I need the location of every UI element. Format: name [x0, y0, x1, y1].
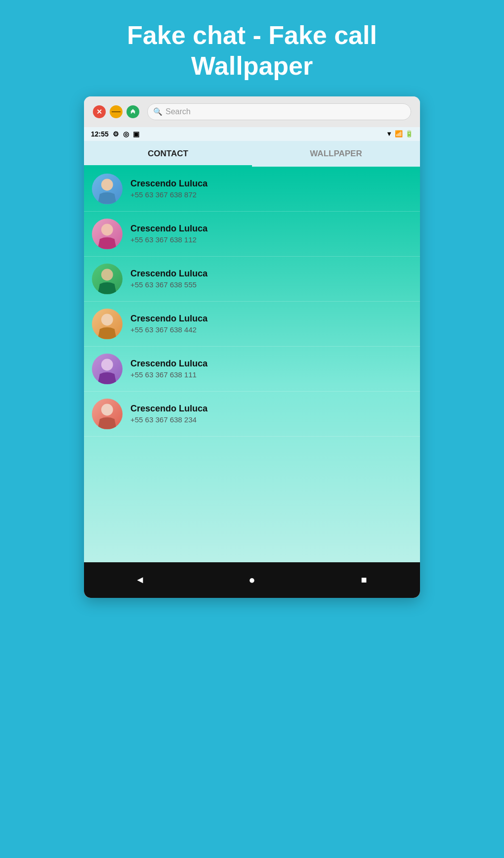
- phone-frame: 12:55 ⚙ ◎ ▣ ▼ 📶 🔋 CONTACT WALLPAPER: [84, 127, 420, 598]
- avatar: [92, 399, 123, 429]
- contact-phone: +55 63 367 638 872: [130, 190, 208, 199]
- document-icon: ▣: [133, 130, 139, 138]
- status-left: 12:55 ⚙ ◎ ▣: [91, 130, 139, 138]
- search-wrapper: 🔍 Search: [147, 103, 411, 120]
- browser-toolbar: ✕ — 🔍 Search: [84, 96, 420, 127]
- contact-name: Crescendo Luluca: [130, 404, 208, 414]
- contact-phone: +55 63 367 638 555: [130, 280, 208, 289]
- contact-name: Crescendo Luluca: [130, 314, 208, 324]
- tab-wallpaper[interactable]: WALLPAPER: [252, 141, 420, 167]
- svg-point-0: [101, 179, 113, 191]
- recent-apps-button[interactable]: ■: [355, 571, 373, 589]
- avatar: [92, 354, 123, 384]
- nav-bar: ◄ ● ■: [84, 562, 420, 598]
- tab-contact[interactable]: CONTACT: [84, 141, 252, 167]
- svg-point-8: [101, 359, 113, 371]
- search-icon: 🔍: [153, 107, 163, 116]
- contact-name: Crescendo Luluca: [130, 269, 208, 279]
- contact-info: Crescendo Luluca +55 63 367 638 112: [130, 224, 208, 244]
- avatar: [92, 174, 123, 204]
- avatar: [92, 219, 123, 249]
- browser-window: ✕ — 🔍 Search 12:55 ⚙ ◎ ▣: [84, 96, 420, 598]
- battery-icon: 🔋: [405, 130, 413, 137]
- contact-name: Crescendo Luluca: [130, 224, 208, 234]
- contact-info: Crescendo Luluca +55 63 367 638 872: [130, 179, 208, 199]
- status-bar: 12:55 ⚙ ◎ ▣ ▼ 📶 🔋: [84, 127, 420, 141]
- contact-name: Crescendo Luluca: [130, 359, 208, 369]
- contact-phone: +55 63 367 638 442: [130, 325, 208, 334]
- svg-point-6: [101, 314, 113, 326]
- svg-point-10: [101, 404, 113, 416]
- contact-item[interactable]: Crescendo Luluca +55 63 367 638 555: [84, 257, 420, 302]
- wifi-icon: ▼: [386, 130, 392, 137]
- search-bar[interactable]: Search: [147, 103, 411, 120]
- svg-point-4: [101, 269, 113, 281]
- contact-item[interactable]: Crescendo Luluca +55 63 367 638 872: [84, 167, 420, 212]
- contact-phone: +55 63 367 638 111: [130, 370, 208, 379]
- svg-point-2: [101, 224, 113, 236]
- settings-icon: ⚙: [113, 130, 119, 138]
- avatar: [92, 264, 123, 294]
- tab-bar: CONTACT WALLPAPER: [84, 141, 420, 167]
- contact-item[interactable]: Crescendo Luluca +55 63 367 638 111: [84, 347, 420, 392]
- contact-info: Crescendo Luluca +55 63 367 638 111: [130, 359, 208, 379]
- close-button[interactable]: ✕: [93, 105, 106, 118]
- contact-item[interactable]: Crescendo Luluca +55 63 367 638 112: [84, 212, 420, 257]
- home-button[interactable]: ●: [243, 571, 261, 589]
- location-icon: ◎: [123, 130, 129, 138]
- contact-info: Crescendo Luluca +55 63 367 638 442: [130, 314, 208, 334]
- back-button[interactable]: ◄: [131, 571, 149, 589]
- minimize-button[interactable]: —: [110, 105, 123, 118]
- signal-icon: 📶: [395, 130, 403, 137]
- window-controls: ✕ —: [93, 105, 139, 118]
- contact-info: Crescendo Luluca +55 63 367 638 555: [130, 269, 208, 289]
- time-display: 12:55: [91, 130, 109, 138]
- contact-name: Crescendo Luluca: [130, 179, 208, 189]
- contact-item[interactable]: Crescendo Luluca +55 63 367 638 234: [84, 392, 420, 437]
- contact-info: Crescendo Luluca +55 63 367 638 234: [130, 404, 208, 424]
- maximize-button[interactable]: [126, 105, 139, 118]
- avatar: [92, 309, 123, 339]
- contact-phone: +55 63 367 638 112: [130, 235, 208, 244]
- page-title: Fake chat - Fake call Wallpaper: [127, 20, 377, 82]
- contact-list: Crescendo Luluca +55 63 367 638 872: [84, 167, 420, 562]
- contact-item[interactable]: Crescendo Luluca +55 63 367 638 442: [84, 302, 420, 347]
- contact-phone: +55 63 367 638 234: [130, 415, 208, 424]
- status-right: ▼ 📶 🔋: [386, 130, 413, 137]
